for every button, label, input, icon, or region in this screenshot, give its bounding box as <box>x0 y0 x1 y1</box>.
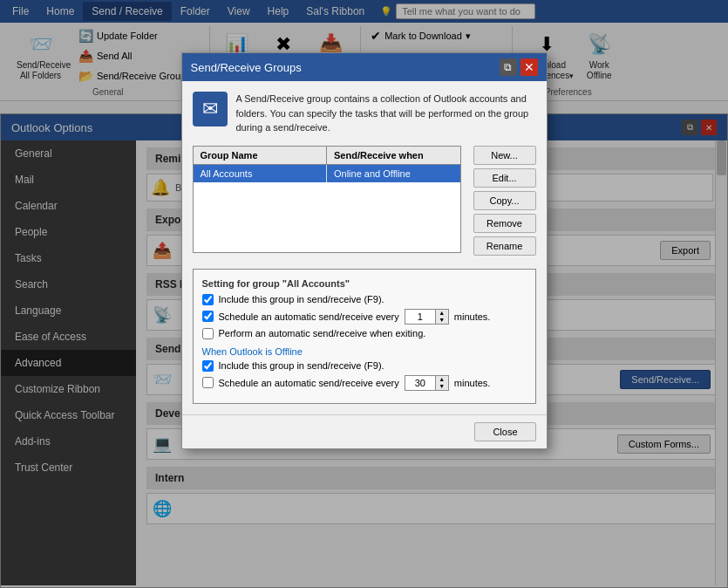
include-offline-row: Include this group in send/receive (F9). <box>202 360 527 372</box>
schedule-online-checkbox[interactable] <box>202 311 214 322</box>
remove-button[interactable]: Remove <box>473 214 536 233</box>
perform-row: Perform an automatic send/receive when e… <box>202 328 527 339</box>
schedule-online-value[interactable]: 1 <box>405 309 436 325</box>
dialog-side-buttons: New... Edit... Copy... Remove Rename <box>473 146 536 262</box>
table-cell-when: Online and Offline <box>327 165 460 182</box>
schedule-offline-row: Schedule an automatic send/receive every… <box>202 375 527 391</box>
include-online-checkbox[interactable] <box>202 294 214 305</box>
table-header: Group Name Send/Receive when <box>194 147 460 165</box>
offline-spinner-arrows: ▲ ▼ <box>436 375 449 391</box>
schedule-online-unit: minutes. <box>454 311 491 322</box>
copy-button[interactable]: Copy... <box>473 191 536 210</box>
dialog-close-x-button[interactable]: ✕ <box>520 58 538 76</box>
table-header-group: Group Name <box>194 147 328 164</box>
group-settings-box: Setting for group "All Accounts" Include… <box>193 269 536 404</box>
send-receive-groups-dialog: Send/Receive Groups ⧉ ✕ ✉ A Send/Receive… <box>181 52 548 449</box>
dialog-title: Send/Receive Groups <box>191 61 302 74</box>
schedule-offline-checkbox[interactable] <box>202 377 214 388</box>
table-header-when: Send/Receive when <box>327 147 460 164</box>
schedule-online-label: Schedule an automatic send/receive every <box>219 311 399 322</box>
include-online-row: Include this group in send/receive (F9). <box>202 294 527 305</box>
dialog-body: ✉ A Send/Receive group contains a collec… <box>182 81 547 414</box>
perform-checkbox[interactable] <box>202 328 214 339</box>
dialog-info-text: A Send/Receive group contains a collecti… <box>236 92 536 135</box>
modal-overlay: Send/Receive Groups ⧉ ✕ ✉ A Send/Receive… <box>0 0 728 588</box>
perform-label: Perform an automatic send/receive when e… <box>219 328 426 338</box>
accounts-table: Group Name Send/Receive when All Account… <box>193 146 461 253</box>
dialog-title-bar: Send/Receive Groups ⧉ ✕ <box>182 53 547 81</box>
table-row[interactable]: All Accounts Online and Offline <box>194 165 460 182</box>
schedule-offline-spinner: 30 ▲ ▼ <box>405 375 449 391</box>
include-offline-checkbox[interactable] <box>202 360 214 372</box>
rename-button[interactable]: Rename <box>473 236 536 256</box>
dialog-close-button[interactable]: Close <box>474 422 535 441</box>
offline-section: When Outlook is Offline Include this gro… <box>202 346 527 391</box>
offline-spinner-up[interactable]: ▲ <box>436 376 448 383</box>
dialog-info-icon: ✉ <box>193 92 228 126</box>
spinner-up[interactable]: ▲ <box>436 310 448 317</box>
dialog-restore-button[interactable]: ⧉ <box>500 58 517 76</box>
schedule-offline-label: Schedule an automatic send/receive every <box>219 378 399 388</box>
settings-title: Setting for group "All Accounts" <box>202 278 527 289</box>
spinner-arrows: ▲ ▼ <box>436 309 449 325</box>
schedule-offline-value[interactable]: 30 <box>405 375 436 391</box>
table-cell-group-name: All Accounts <box>194 165 328 182</box>
offline-title: When Outlook is Offline <box>202 346 527 357</box>
offline-spinner-down[interactable]: ▼ <box>436 383 448 390</box>
spinner-down[interactable]: ▼ <box>436 317 448 324</box>
include-online-label: Include this group in send/receive (F9). <box>219 294 384 304</box>
schedule-online-spinner: 1 ▲ ▼ <box>405 309 449 325</box>
schedule-online-row: Schedule an automatic send/receive every… <box>202 309 527 325</box>
include-offline-label: Include this group in send/receive (F9). <box>219 360 384 371</box>
schedule-offline-unit: minutes. <box>454 378 491 388</box>
dialog-info: ✉ A Send/Receive group contains a collec… <box>193 92 536 135</box>
dialog-footer: Close <box>182 414 547 448</box>
new-button[interactable]: New... <box>473 146 536 165</box>
edit-button[interactable]: Edit... <box>473 168 536 188</box>
